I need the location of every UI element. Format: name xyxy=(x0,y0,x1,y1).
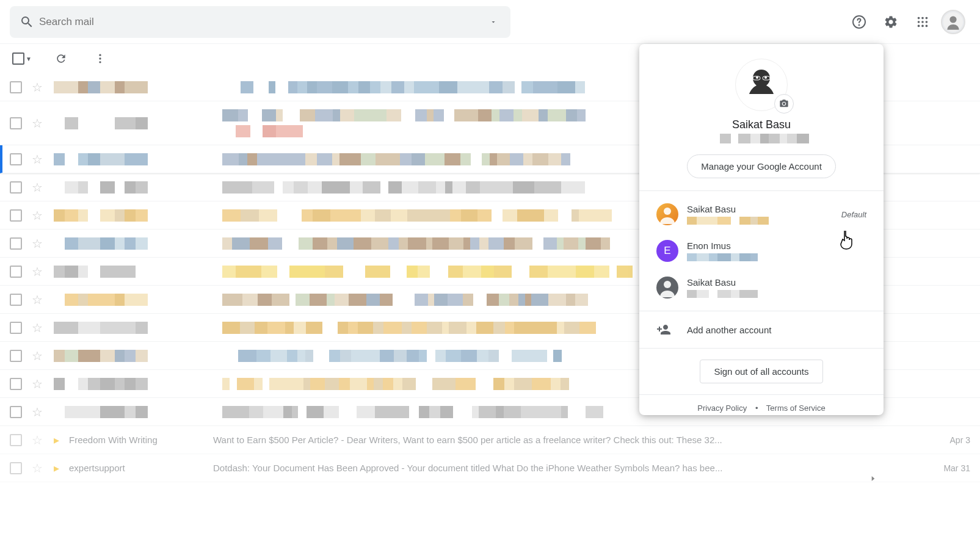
mail-row[interactable]: ☆▸expertsupportDotdash: Your Document Ha… xyxy=(0,454,980,482)
svg-point-15 xyxy=(99,61,101,63)
account-item[interactable]: Saikat Basu xyxy=(639,269,884,306)
star-icon[interactable]: ☆ xyxy=(32,405,44,419)
row-checkbox[interactable] xyxy=(10,462,22,474)
select-all-checkbox[interactable]: ▼ xyxy=(10,50,34,67)
row-checkbox[interactable] xyxy=(10,350,22,362)
star-icon[interactable]: ☆ xyxy=(32,461,44,476)
star-icon[interactable]: ☆ xyxy=(32,349,44,363)
star-icon[interactable]: ☆ xyxy=(32,208,44,223)
account-email-blurred xyxy=(711,134,812,143)
category-icon: ▸ xyxy=(54,461,59,475)
search-icon[interactable] xyxy=(15,10,39,34)
row-checkbox[interactable] xyxy=(10,209,22,222)
default-label: Default xyxy=(841,210,866,219)
row-checkbox[interactable] xyxy=(10,117,22,129)
account-list: Saikat BasuDefaultEEnon ImusSaikat Basu xyxy=(639,191,884,311)
terms-link[interactable]: Terms of Service xyxy=(766,403,826,413)
svg-point-10 xyxy=(926,24,928,27)
svg-point-22 xyxy=(664,281,671,288)
star-icon[interactable]: ☆ xyxy=(32,377,44,391)
account-item-name: Saikat Basu xyxy=(687,204,841,214)
star-icon[interactable]: ☆ xyxy=(32,236,44,251)
row-checkbox[interactable] xyxy=(10,181,22,194)
apps-icon[interactable] xyxy=(909,9,936,35)
svg-point-12 xyxy=(949,16,956,23)
sender-blurred xyxy=(54,406,212,418)
star-icon[interactable]: ☆ xyxy=(32,264,44,279)
star-icon[interactable]: ☆ xyxy=(32,152,44,167)
svg-point-4 xyxy=(926,16,928,19)
account-item-avatar xyxy=(656,203,678,225)
scroll-right-icon[interactable] xyxy=(864,469,882,488)
add-account-label: Add another account xyxy=(687,325,771,335)
manage-account-button[interactable]: Manage your Google Account xyxy=(687,154,836,178)
account-item[interactable]: EEnon Imus xyxy=(639,233,884,269)
star-icon[interactable]: ☆ xyxy=(32,116,44,131)
sender-blurred xyxy=(54,266,212,278)
mail-row[interactable]: ☆▸Freedom With WritingWant to Earn $500 … xyxy=(0,426,980,454)
account-item-email-blurred xyxy=(687,217,841,225)
account-item-name: Saikat Basu xyxy=(687,277,866,288)
star-icon[interactable]: ☆ xyxy=(32,292,44,307)
more-icon[interactable] xyxy=(88,46,112,71)
account-popup: Saikat Basu Manage your Google Account S… xyxy=(639,44,884,415)
account-avatar-button[interactable] xyxy=(941,10,965,34)
svg-point-17 xyxy=(756,76,758,79)
support-icon[interactable] xyxy=(846,9,873,35)
sender: Freedom With Writing xyxy=(69,435,203,445)
account-item[interactable]: Saikat BasuDefault xyxy=(639,196,884,233)
chevron-down-icon[interactable]: ▼ xyxy=(26,56,32,62)
signout-button[interactable]: Sign out of all accounts xyxy=(700,360,822,383)
account-item-avatar xyxy=(656,277,678,299)
svg-point-7 xyxy=(926,21,928,23)
subject: Dotdash: Your Document Has Been Approved… xyxy=(213,463,918,473)
star-icon[interactable]: ☆ xyxy=(32,80,44,95)
search-bar[interactable] xyxy=(10,6,510,38)
row-checkbox[interactable] xyxy=(10,406,22,418)
person-add-icon xyxy=(656,322,671,337)
svg-point-1 xyxy=(859,24,860,25)
privacy-link[interactable]: Privacy Policy xyxy=(697,403,747,413)
account-item-avatar: E xyxy=(656,240,678,262)
star-icon[interactable]: ☆ xyxy=(32,180,44,195)
sender: expertsupport xyxy=(69,463,203,473)
row-checkbox[interactable] xyxy=(10,378,22,390)
subject: Want to Earn $500 Per Article? - Dear Wr… xyxy=(213,435,918,445)
account-name: Saikat Basu xyxy=(654,118,869,131)
refresh-icon[interactable] xyxy=(49,46,73,71)
header-icons xyxy=(846,9,965,35)
svg-point-14 xyxy=(99,57,101,59)
star-icon[interactable]: ☆ xyxy=(32,433,44,447)
account-item-email-blurred xyxy=(687,290,866,298)
date: Mar 31 xyxy=(927,463,970,473)
sender-blurred xyxy=(54,237,212,250)
sender-blurred xyxy=(54,117,212,129)
row-checkbox[interactable] xyxy=(10,81,22,93)
svg-point-6 xyxy=(921,21,924,23)
row-checkbox[interactable] xyxy=(10,434,22,446)
add-account-button[interactable]: Add another account xyxy=(639,311,884,348)
star-icon[interactable]: ☆ xyxy=(32,320,44,335)
sender-blurred xyxy=(54,209,212,222)
row-checkbox[interactable] xyxy=(10,237,22,250)
account-avatar xyxy=(735,59,788,111)
sender-blurred xyxy=(54,294,212,306)
account-item-email-blurred xyxy=(687,253,866,261)
svg-point-13 xyxy=(99,54,101,56)
row-checkbox[interactable] xyxy=(10,266,22,278)
search-options-dropdown[interactable] xyxy=(481,10,506,34)
svg-point-18 xyxy=(764,76,767,79)
camera-icon[interactable] xyxy=(774,94,794,114)
svg-point-9 xyxy=(921,24,924,27)
svg-point-21 xyxy=(664,208,671,215)
row-checkbox[interactable] xyxy=(10,322,22,334)
row-checkbox[interactable] xyxy=(10,153,22,165)
sender-blurred xyxy=(54,322,212,334)
row-checkbox[interactable] xyxy=(10,294,22,306)
svg-point-8 xyxy=(918,24,920,27)
svg-point-3 xyxy=(921,16,924,19)
settings-icon[interactable] xyxy=(877,9,904,35)
search-input[interactable] xyxy=(39,16,481,28)
account-item-name: Enon Imus xyxy=(687,241,866,251)
sender-blurred xyxy=(54,181,212,194)
